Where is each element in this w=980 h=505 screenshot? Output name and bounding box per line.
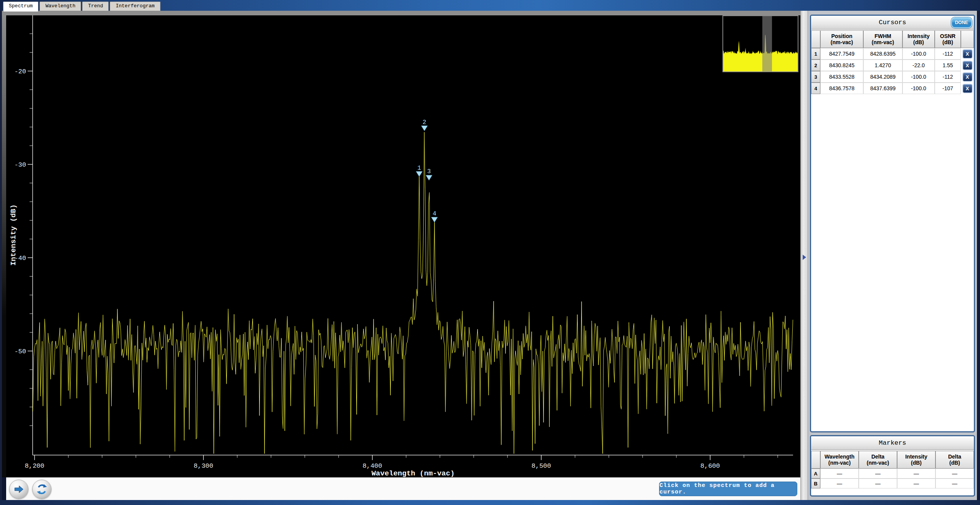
cursor-row-4-intensity: -100.0 [902, 83, 935, 94]
markers-title: Markers [879, 439, 906, 447]
panel-splitter[interactable] [800, 11, 808, 500]
markers-panel: Markers Wavelength (nm-vac)Delta (nm-vac… [810, 435, 975, 497]
cursors-col-header-0: Position (nm-vac) [820, 30, 863, 48]
plot-cursor-4[interactable]: 4 [431, 210, 438, 222]
marker-row-A-intensity: — [897, 469, 935, 479]
x-tick-label: 8,200 [25, 462, 44, 470]
cursor-row-2-delete-cell: X [961, 60, 974, 71]
tab-wavelength[interactable]: Wavelength [40, 2, 81, 11]
overview-minimap[interactable] [722, 15, 798, 72]
done-button[interactable]: DONE [951, 17, 972, 28]
markers-col-header-3: Delta (dB) [935, 451, 974, 469]
spectrum-plot-canvas[interactable]: 8,2008,3008,4008,5008,600-20-30-40-50Wav… [6, 15, 800, 479]
window-edge-right [977, 11, 980, 500]
cursor-row-2-intensity: -22.0 [902, 60, 935, 71]
plot-cursor-2[interactable]: 2 [421, 119, 428, 131]
cursor-row-1-intensity: -100.0 [902, 48, 935, 60]
overview-trace-fill [723, 35, 798, 72]
cursors-col-header-3: OSNR (dB) [935, 30, 961, 48]
markers-table: Wavelength (nm-vac)Delta (nm-vac)Intensi… [811, 451, 974, 488]
y-tick-label: -20 [14, 68, 26, 75]
plot-cursor-number: 3 [427, 168, 431, 175]
cursors-col-header-1: FWHM (nm-vac) [863, 30, 902, 48]
cursor-row-3-position: 8433.5528 [820, 71, 863, 83]
cursor-row-1-label: 1 [811, 48, 820, 60]
x-tick-label: 8,400 [362, 462, 382, 470]
plot-frame-top [2, 11, 800, 15]
marker-row-B-delta_nm: — [859, 479, 897, 488]
acquire-single-button[interactable] [9, 480, 28, 499]
plot-footer-strip: Click on the spectrum to add a cursor. [6, 477, 800, 500]
tab-spectrum[interactable]: Spectrum [3, 2, 38, 12]
cursor-row-4-delete-cell: X [961, 83, 974, 94]
cursor-row-2-osnr: 1.55 [935, 60, 961, 71]
cursor-row-4-fwhm: 8437.6399 [863, 83, 902, 94]
cursor-row-3-label: 3 [811, 71, 820, 83]
refresh-cycle-icon [36, 483, 48, 495]
cursor-row-3-delete-cell: X [961, 71, 974, 83]
tab-bar: SpectrumWavelengthTrendInterferogram [3, 2, 160, 11]
y-tick-label: -50 [14, 348, 26, 355]
cursor-row-1-delete-cell: X [961, 48, 974, 60]
cursor-row-4-label: 4 [811, 83, 820, 94]
overview-minimap-svg [723, 16, 798, 71]
cursor-row-1-fwhm: 8428.6395 [863, 48, 902, 60]
cursors-panel-header: Cursors DONE [811, 16, 974, 30]
cursor-row-4-position: 8436.7578 [820, 83, 863, 94]
cursor-2-delete-button[interactable]: X [962, 61, 973, 70]
marker-row-A-delta_nm: — [859, 469, 897, 479]
spectrum-plot[interactable]: 8,2008,3008,4008,5008,600-20-30-40-50Wav… [6, 15, 800, 477]
cursor-4-delete-button[interactable]: X [962, 84, 973, 93]
cursors-title: Cursors [879, 19, 906, 26]
marker-row-A-label: A [811, 469, 820, 479]
cursor-row-2-position: 8430.8245 [820, 60, 863, 71]
plot-cursor-number: 4 [433, 210, 436, 217]
acquire-continuous-button[interactable] [32, 480, 51, 499]
spectrum-svg: 8,2008,3008,4008,5008,600-20-30-40-50Wav… [6, 15, 800, 477]
markers-col-header-2: Intensity (dB) [897, 451, 935, 469]
cursor-3-delete-button[interactable]: X [962, 72, 973, 82]
y-tick-label: -30 [14, 161, 26, 169]
y-axis-title: Intensity (dB) [9, 204, 18, 266]
collapse-arrow-icon[interactable] [803, 255, 806, 260]
markers-panel-header: Markers [811, 436, 974, 450]
markers-col-header-1: Delta (nm-vac) [859, 451, 897, 469]
plot-cursor-number: 1 [417, 165, 421, 172]
right-panel: Cursors DONE Position (nm-vac)FWHM (nm-v… [808, 11, 977, 500]
markers-col-header-0: Wavelength (nm-vac) [820, 451, 859, 469]
cursor-row-1-osnr: -112 [935, 48, 961, 60]
plot-cursor-1[interactable]: 1 [416, 165, 422, 177]
marker-row-B-intensity: — [897, 479, 935, 488]
cursor-row-4-osnr: -107 [935, 83, 961, 94]
x-tick-label: 8,300 [193, 462, 213, 470]
markers-corner-cell [811, 451, 820, 469]
cursor-row-1-position: 8427.7549 [820, 48, 863, 60]
cursors-table: Position (nm-vac)FWHM (nm-vac)Intensity … [811, 30, 974, 94]
cursor-row-3-fwhm: 8434.2089 [863, 71, 902, 83]
marker-row-A-delta_db: — [935, 469, 974, 479]
cursor-row-2-fwhm: 1.4270 [863, 60, 902, 71]
tab-interferogram[interactable]: Interferogram [110, 2, 160, 11]
marker-row-B-label: B [811, 479, 820, 488]
spectrum-trace [33, 132, 793, 454]
overview-zoom-band[interactable] [762, 16, 772, 71]
marker-row-B-wavelength: — [820, 479, 859, 488]
marker-row-A-wavelength: — [820, 469, 859, 479]
plot-cursor-3[interactable]: 3 [426, 168, 432, 180]
marker-row-B-delta_db: — [935, 479, 974, 488]
cursor-row-3-intensity: -100.0 [902, 71, 935, 83]
arrow-right-icon [13, 483, 25, 495]
x-axis-title: Wavelength (nm-vac) [372, 469, 455, 477]
cursor-1-delete-button[interactable]: X [962, 49, 973, 59]
cursors-col-header-2: Intensity (dB) [902, 30, 935, 48]
cursor-row-3-osnr: -112 [935, 71, 961, 83]
window-bottombar [0, 500, 980, 505]
cursors-delete-header [961, 30, 974, 48]
add-cursor-hint-button[interactable]: Click on the spectrum to add a cursor. [659, 482, 797, 496]
plot-frame-left [2, 15, 6, 477]
tab-trend[interactable]: Trend [82, 2, 109, 11]
cursor-row-2-label: 2 [811, 60, 820, 71]
x-tick-label: 8,500 [531, 462, 551, 470]
window-edge-left [0, 11, 2, 500]
x-tick-label: 8,600 [700, 462, 720, 470]
